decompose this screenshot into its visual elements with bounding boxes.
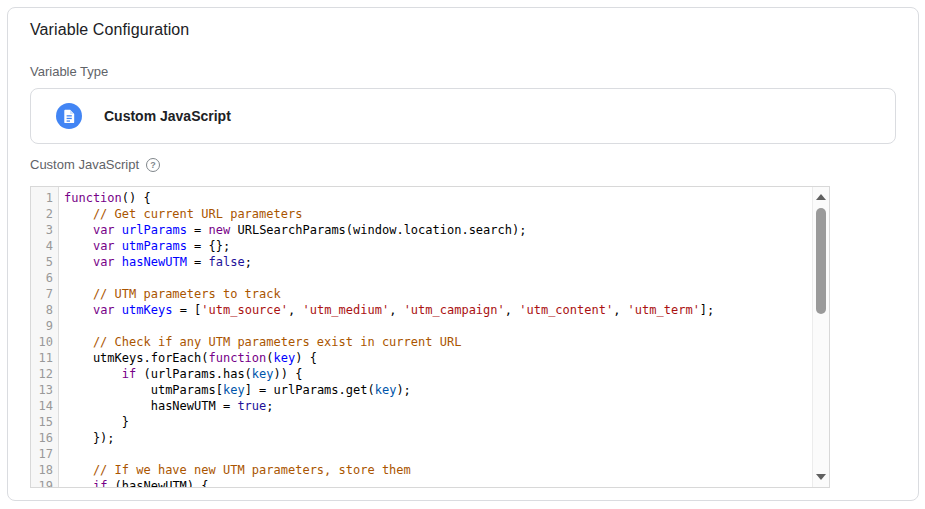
line-number: 19 [31,478,58,488]
line-number: 11 [31,350,58,366]
code-editor[interactable]: 12345678910111213141516171819 function()… [30,186,830,488]
scrollbar-down-arrow-icon[interactable] [816,474,826,480]
code-line: // Check if any UTM parameters exist in … [64,334,812,350]
scrollbar-thumb[interactable] [816,208,826,314]
code-line: if (urlParams.has(key)) { [64,366,812,382]
code-line: var utmKeys = ['utm_source', 'utm_medium… [64,302,812,318]
line-number: 14 [31,398,58,414]
line-number: 10 [31,334,58,350]
variable-type-value: Custom JavaScript [104,108,231,124]
line-number: 15 [31,414,58,430]
code-line: utmKeys.forEach(function(key) { [64,350,812,366]
code-line: var urlParams = new URLSearchParams(wind… [64,222,812,238]
line-number: 18 [31,462,58,478]
line-number: 17 [31,446,58,462]
code-line: }); [64,430,812,446]
scrollbar-up-arrow-icon[interactable] [816,194,826,200]
help-icon[interactable]: ? [146,158,160,172]
code-line: function() { [64,190,812,206]
code-line [64,446,812,462]
custom-javascript-field-header: Custom JavaScript ? [30,157,160,172]
variable-configuration-card: Variable Configuration Variable Type Cus… [7,7,919,501]
code-line: if (hasNewUTM) { [64,478,812,487]
editor-gutter: 12345678910111213141516171819 [31,187,59,487]
line-number: 13 [31,382,58,398]
line-number: 16 [31,430,58,446]
variable-type-selector[interactable]: Custom JavaScript [30,88,896,144]
code-line: utmParams[key] = urlParams.get(key); [64,382,812,398]
line-number: 3 [31,222,58,238]
code-line [64,270,812,286]
editor-scrollbar[interactable] [812,187,829,487]
editor-code[interactable]: function() { // Get current URL paramete… [59,187,812,487]
code-line: // If we have new UTM parameters, store … [64,462,812,478]
line-number: 9 [31,318,58,334]
line-number: 8 [31,302,58,318]
line-number: 12 [31,366,58,382]
line-number: 7 [31,286,58,302]
line-number: 2 [31,206,58,222]
line-number: 1 [31,190,58,206]
code-line: var hasNewUTM = false; [64,254,812,270]
line-number: 5 [31,254,58,270]
page-title: Variable Configuration [30,21,189,39]
line-number: 6 [31,270,58,286]
code-line: var utmParams = {}; [64,238,812,254]
code-line: // UTM parameters to track [64,286,812,302]
code-line: hasNewUTM = true; [64,398,812,414]
custom-javascript-label: Custom JavaScript [30,157,139,172]
line-number: 4 [31,238,58,254]
code-line: } [64,414,812,430]
variable-type-label: Variable Type [30,64,108,79]
custom-javascript-document-icon [56,103,82,129]
code-line: // Get current URL parameters [64,206,812,222]
code-line [64,318,812,334]
